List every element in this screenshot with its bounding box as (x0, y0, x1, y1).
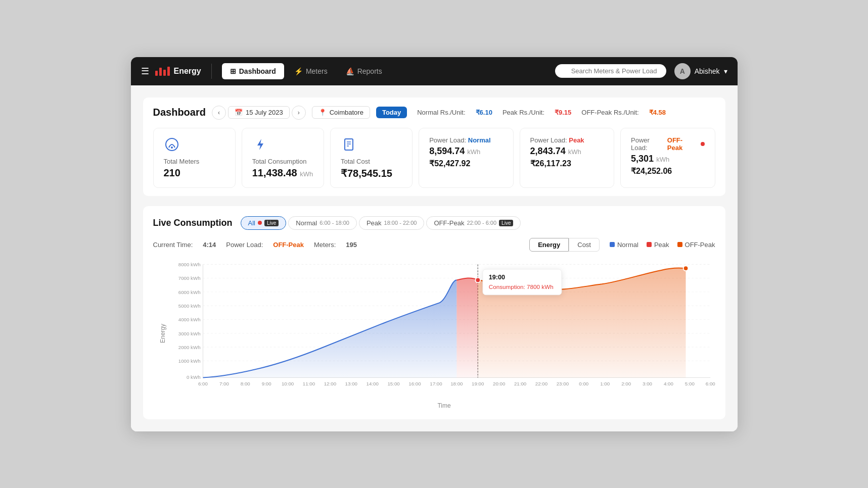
tooltip-dot (475, 277, 480, 282)
tooltip-time-text: 19:00 (488, 273, 505, 280)
nav-tab-reports[interactable]: ⛵ Reports (338, 63, 390, 79)
live-header: Live Consumption All Live Normal 6:00 - … (153, 216, 715, 230)
svg-text:22:00: 22:00 (535, 381, 547, 386)
logo-text: Energy (174, 67, 201, 76)
date-badge: 📅 15 July 2023 (228, 106, 290, 119)
power-load-meta-label: Power Load: (226, 241, 263, 249)
location-badge: 📍 Coimbatore (312, 106, 370, 119)
today-badge: Today (376, 107, 407, 118)
hamburger-icon[interactable]: ☰ (141, 66, 149, 77)
filter-tab-offpeak[interactable]: OFF-Peak 22:00 - 6:00 Live (426, 216, 521, 230)
filter-tab-normal[interactable]: Normal 6:00 - 18:00 (288, 216, 357, 230)
legend-normal: Normal (610, 241, 638, 249)
search-wrapper: 🔍 (555, 64, 666, 78)
svg-text:8:00: 8:00 (240, 381, 250, 386)
svg-text:6:00: 6:00 (705, 381, 715, 386)
power-normal-cost: ₹52,427.92 (429, 159, 502, 168)
svg-text:19:00: 19:00 (472, 381, 484, 386)
svg-text:23:00: 23:00 (556, 381, 569, 386)
svg-text:8000 kWh: 8000 kWh (178, 262, 200, 267)
header-right: 🔍 A Abishek ▾ (555, 63, 727, 79)
svg-text:5000 kWh: 5000 kWh (178, 303, 200, 309)
svg-text:21:00: 21:00 (514, 381, 526, 386)
dashboard-icon: ⊞ (230, 67, 236, 75)
meters-meta-label: Meters: (314, 241, 336, 249)
header: ☰ Energy ⊞ Dashboard ⚡ Meters ⛵ Reports (131, 57, 738, 85)
offpeak-live-badge: Live (499, 220, 513, 226)
reports-icon: ⛵ (346, 67, 354, 75)
svg-text:17:00: 17:00 (430, 381, 442, 386)
live-indicator-dot (701, 142, 704, 146)
current-time-label: Current Time: (153, 241, 193, 249)
peak-time-range: 18:00 - 22:00 (384, 220, 417, 226)
nav-tab-dashboard[interactable]: ⊞ Dashboard (222, 63, 284, 79)
y-axis-label-container: Energy (153, 258, 173, 409)
y-axis-label: Energy (160, 323, 167, 343)
svg-text:5:00: 5:00 (684, 381, 695, 386)
filter-tab-peak[interactable]: Peak 18:00 - 22:00 (359, 216, 424, 230)
user-area[interactable]: A Abishek ▾ (674, 63, 727, 79)
svg-text:4000 kWh: 4000 kWh (178, 317, 200, 322)
live-section: Live Consumption All Live Normal 6:00 - … (143, 206, 725, 419)
consumption-label: Total Consumption (252, 158, 313, 165)
legend-peak-dot (647, 242, 652, 247)
peak-rate-value: ₹9.15 (555, 109, 571, 116)
svg-text:1000 kWh: 1000 kWh (178, 358, 200, 364)
rate-info: Normal Rs./Unit: ₹6.10 Peak Rs./Unit: ₹9… (417, 109, 666, 116)
energy-button[interactable]: Energy (529, 238, 569, 252)
power-load-meta-value: OFF-Peak (273, 241, 304, 249)
power-offpeak-type: OFF-Peak (667, 136, 696, 152)
location-icon: 📍 (318, 109, 327, 116)
prev-date-button[interactable]: ‹ (212, 106, 226, 120)
power-card-peak: Power Load: Peak 2,843.74 kWh ₹26,117.23 (520, 128, 614, 188)
offpeak-time-range: 22:00 - 6:00 (467, 220, 496, 226)
stat-card-meters: Total Meters 210 (153, 128, 236, 188)
svg-text:6000 kWh: 6000 kWh (178, 289, 200, 295)
svg-text:20:00: 20:00 (492, 381, 505, 386)
meter-icon (164, 136, 180, 153)
power-offpeak-label: Power Load: OFF-Peak (631, 136, 704, 152)
svg-text:2:00: 2:00 (621, 381, 631, 386)
consumption-value: 11,438.48 kWh (252, 167, 313, 179)
power-normal-label: Power Load: Normal (429, 136, 502, 144)
svg-text:13:00: 13:00 (345, 381, 357, 386)
nav-tab-meters[interactable]: ⚡ Meters (286, 63, 336, 79)
svg-text:14:00: 14:00 (366, 381, 379, 386)
power-card-offpeak: Power Load: OFF-Peak 5,301 kWh ₹24,252.0… (620, 128, 715, 188)
svg-text:11:00: 11:00 (302, 381, 315, 386)
power-peak-consumption: 2,843.74 kWh (530, 146, 604, 157)
normal-rate-value: ₹6.10 (476, 109, 492, 116)
cost-button[interactable]: Cost (569, 238, 600, 252)
offpeak-rate-label: OFF-Peak Rs./Unit: (581, 109, 638, 116)
dropdown-icon: ▾ (724, 67, 727, 75)
search-input[interactable] (555, 64, 666, 78)
offpeak-rate-value: ₹4.58 (649, 109, 666, 116)
avatar: A (674, 63, 691, 79)
power-offpeak-cost: ₹24,252.06 (631, 166, 704, 176)
tooltip-consumption-text: Consumption: 7800 kWh (488, 283, 553, 290)
location-label: Coimbatore (330, 109, 363, 116)
doc-icon (341, 136, 357, 153)
next-date-button[interactable]: › (292, 106, 306, 120)
power-peak-label: Power Load: Peak (530, 136, 604, 144)
filter-tabs: All Live Normal 6:00 - 18:00 Peak 18:00 … (241, 216, 521, 230)
legend-normal-dot (610, 242, 615, 247)
chart-container: Energy (153, 258, 715, 409)
normal-time-range: 6:00 - 18:00 (319, 220, 349, 226)
power-card-normal: Power Load: Normal 8,594.74 kWh ₹52,427.… (419, 128, 513, 188)
logo-icon (155, 67, 170, 76)
cost-value: ₹78,545.15 (341, 167, 402, 179)
end-dot (683, 266, 688, 271)
svg-text:2000 kWh: 2000 kWh (178, 344, 200, 350)
chart-controls: Energy Cost (529, 238, 600, 252)
stat-card-consumption: Total Consumption 11,438.48 kWh (242, 128, 324, 188)
date-nav: ‹ 📅 15 July 2023 › (212, 106, 306, 120)
svg-text:16:00: 16:00 (408, 381, 421, 386)
filter-tab-all[interactable]: All Live (241, 216, 287, 230)
live-title: Live Consumption (153, 218, 233, 228)
stat-card-cost: Total Cost ₹78,545.15 (330, 128, 413, 188)
meters-icon: ⚡ (294, 67, 303, 75)
power-normal-type: Normal (468, 136, 491, 144)
meters-meta-value: 195 (346, 241, 357, 249)
all-live-dot (258, 221, 262, 225)
